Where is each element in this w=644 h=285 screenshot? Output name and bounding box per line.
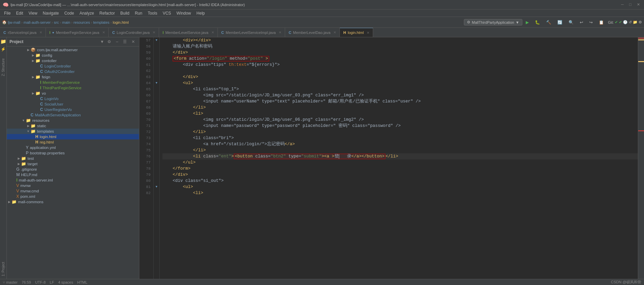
dropdown-arrow-icon: ▼ — [516, 20, 519, 24]
sidebar-project-label[interactable]: 1: Project — [1, 261, 6, 278]
tab-logincontroller[interactable]: C LoginController.java ✕ — [109, 28, 159, 37]
tree-item-thirdpartfeginservice[interactable]: I ThirdPartFeginService — [7, 85, 139, 91]
tree-item-mallauthserverapplication[interactable]: C MallAuthServerApplication — [7, 112, 139, 118]
tree-item-mvnw.cmd[interactable]: V mvnw.cmd — [7, 188, 139, 194]
build-button[interactable]: 🔨 — [544, 19, 553, 26]
breadcrumb-templates[interactable]: templates — [93, 20, 109, 24]
status-bar: ⑂ master 76:59 UTF-8 LF 4 spaces HTML CS… — [0, 279, 644, 285]
menu-item-run[interactable]: Run — [132, 10, 145, 16]
sidebar-project-icon[interactable]: 📁 — [0, 39, 6, 44]
sidebar-structure-icon[interactable]: ⚡ — [1, 47, 6, 52]
breadcrumb-login-html[interactable]: login.html — [113, 20, 129, 24]
minimize-btn[interactable]: ─ — [620, 2, 625, 7]
tree-item-test[interactable]: ▶📁 test — [7, 156, 139, 161]
status-line-sep[interactable]: LF — [50, 280, 54, 284]
tree-icon-feign: 📁 — [35, 75, 40, 79]
tree-item-bootstrap.properties[interactable]: P bootstrap.properties — [7, 150, 139, 156]
tree-item-mall-commons[interactable]: ▶📁 mall-commons — [7, 199, 139, 205]
editor-area: 5758596061626364656667686970717273747576… — [139, 37, 638, 279]
code-editor[interactable]: 5758596061626364656667686970717273747576… — [139, 37, 638, 279]
undo-button[interactable]: ↩ — [578, 19, 585, 26]
tab-login-html[interactable]: H login.html ✕ — [340, 28, 373, 37]
tab-close-icon[interactable]: ✕ — [279, 31, 281, 34]
menu-item-view[interactable]: View — [26, 10, 40, 16]
menu-item-edit[interactable]: Edit — [13, 10, 26, 16]
left-sidebar: 📁 ⚡ Z: Structure1: Project — [0, 37, 7, 279]
tree-label-.gitignore: .gitignore — [21, 167, 37, 171]
tree-item-help.md[interactable]: M HELP.md — [7, 172, 139, 177]
menu-item-vcs[interactable]: VCS — [160, 10, 174, 16]
tree-item-loginvo[interactable]: C LoginVo — [7, 96, 139, 101]
tree-item-mvnw[interactable]: V mvnw — [7, 183, 139, 188]
run-config-dropdown[interactable]: ⚙ MallThirdPartyApplication ▼ — [464, 19, 522, 25]
debug-button[interactable]: 🐛 — [533, 19, 542, 26]
tree-label-mall-auth-server.iml: mall-auth-server.iml — [19, 178, 53, 182]
status-indent[interactable]: 4 spaces — [58, 280, 73, 284]
tab-close-icon[interactable]: ✕ — [211, 31, 214, 34]
breadcrumb-ljw-mall[interactable]: ljw-mall — [8, 20, 20, 24]
menu-item-navigate[interactable]: Navigate — [40, 10, 62, 16]
tree-item-logincontroller[interactable]: C LoginController — [7, 63, 139, 69]
code-content[interactable]: <div></div> 请输入账户名和密码 </div> <form actio… — [160, 37, 638, 279]
tab-close-icon[interactable]: ✕ — [367, 31, 369, 35]
tree-item-com.ljw.mall.authserver[interactable]: ▶📦 com.ljw.mall.authserver — [7, 47, 139, 53]
vcs-button[interactable]: 📋 — [597, 19, 606, 26]
tree-item-feign[interactable]: ▶📁 feign — [7, 74, 139, 80]
tab-close-icon[interactable]: ✕ — [333, 31, 336, 34]
tree-item-oauth2controller[interactable]: C OAuth2Controller — [7, 69, 139, 74]
project-settings-btn[interactable]: ⚙ — [106, 39, 112, 45]
breadcrumb-src[interactable]: src — [54, 20, 59, 24]
tree-item-mall-auth-server.iml[interactable]: I mall-auth-server.iml — [7, 177, 139, 183]
tab-close-icon[interactable]: ✕ — [102, 31, 105, 34]
run-button[interactable]: ▶ — [524, 19, 531, 26]
menu-item-code[interactable]: Code — [62, 10, 77, 16]
status-line-col[interactable]: 76:59 — [22, 280, 31, 284]
project-collapse-btn[interactable]: – — [115, 39, 120, 45]
project-gear-btn[interactable]: ☰ — [122, 39, 128, 45]
tree-item-memberfeginservice[interactable]: I MemberFeginService — [7, 80, 139, 85]
code-line-68: </li> — [162, 104, 638, 111]
breadcrumb-resources[interactable]: resources — [73, 20, 90, 24]
menu-item-analyze[interactable]: Analyze — [77, 10, 97, 16]
tree-item-static[interactable]: ▶📁 static — [7, 123, 139, 129]
tab-close-icon[interactable]: ✕ — [153, 31, 155, 34]
tree-item-pom.xml[interactable]: X pom.xml — [7, 194, 139, 199]
close-btn[interactable]: ✕ — [636, 2, 641, 7]
sidebar-structure-label[interactable]: Z: Structure — [1, 57, 6, 77]
tab-close-icon[interactable]: ✕ — [39, 31, 42, 34]
tab-memberlevelservice[interactable]: I MemberLevelService.java ✕ — [159, 28, 218, 37]
tree-item-login.html[interactable]: H login.html — [7, 134, 139, 139]
tab-memberleveldao[interactable]: C MemberLevelDao.java ✕ — [285, 28, 340, 37]
menu-item-help[interactable]: Help — [194, 10, 208, 16]
breadcrumb-main[interactable]: main — [62, 20, 70, 24]
tab-rserviceimpl[interactable]: C rServiceImpl.java ✕ — [0, 28, 46, 37]
search-button[interactable]: 🔍 — [567, 19, 576, 26]
menu-item-window[interactable]: Window — [174, 10, 194, 16]
menu-item-file[interactable]: File — [1, 10, 13, 16]
tab-memberlevelserviceimpl[interactable]: C MemberLevelServiceImpl.java ✕ — [218, 28, 285, 37]
tree-item-templates[interactable]: ▼📁 templates — [7, 129, 139, 134]
toolbar-actions: ▶ 🐛 🔨 🔄 🔍 ↩ ↪ 📋 Git: ✔ ✔ 🕐 ↺ 📁 ⚙ — [524, 19, 642, 26]
tree-item-resources[interactable]: ▼📁 resources — [7, 118, 139, 123]
tree-item-contoller[interactable]: ▶📁 contoller — [7, 58, 139, 63]
tree-item-application.yml[interactable]: Y application.yml — [7, 145, 139, 150]
tree-item-socialuser[interactable]: C SocialUser — [7, 101, 139, 107]
tree-item-reg.html[interactable]: H reg.html — [7, 139, 139, 145]
breadcrumb-mall-auth-server[interactable]: mall-auth-server — [23, 20, 50, 24]
tree-item-vo[interactable]: ▶📁 vo — [7, 91, 139, 96]
tree-icon-mall-auth-server.iml: I — [16, 178, 17, 183]
status-encoding[interactable]: UTF-8 — [35, 280, 46, 284]
redo-button[interactable]: ↪ — [587, 19, 595, 26]
menu-item-build[interactable]: Build — [118, 10, 132, 16]
menu-item-tools[interactable]: Tools — [145, 10, 160, 16]
menu-item-refactor[interactable]: Refactor — [97, 10, 118, 16]
tree-item-.gitignore[interactable]: G .gitignore — [7, 167, 139, 172]
sync-button[interactable]: 🔄 — [555, 19, 564, 26]
tree-item-target[interactable]: ▶📁 target — [7, 161, 139, 167]
tree-item-config[interactable]: ▶📁 config — [7, 53, 139, 58]
project-close-btn[interactable]: ✕ — [130, 39, 136, 45]
maximize-btn[interactable]: □ — [628, 2, 633, 7]
tab-memberfeginservice[interactable]: I ● MemberFeginService.java ✕ — [46, 28, 109, 37]
tree-item-userregistervo[interactable]: C UserRegisterVo — [7, 107, 139, 112]
status-file-type[interactable]: HTML — [77, 280, 87, 284]
